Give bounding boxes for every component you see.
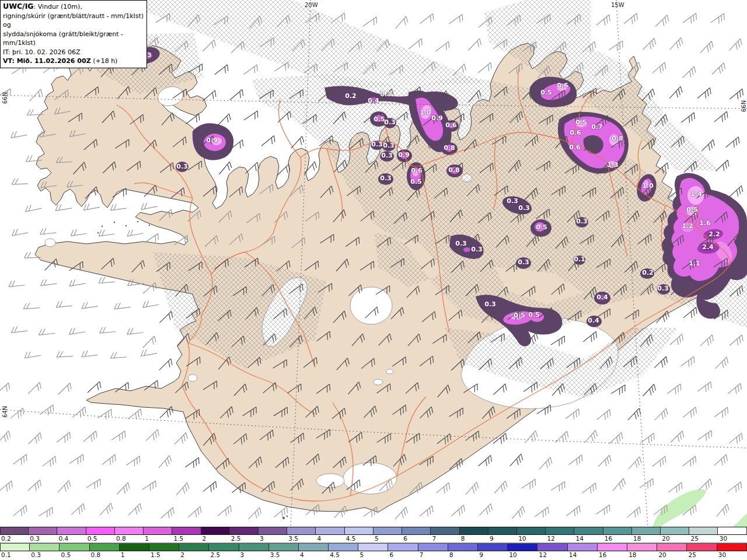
colourbar-tick-label: 14 — [569, 551, 577, 558]
colourbar-segment — [316, 527, 344, 534]
colourbar-segment — [60, 544, 89, 551]
colourbar-tick-label: 0.1 — [1, 551, 11, 558]
colourbar-segment — [689, 527, 718, 534]
precip-value-label: 0.5 — [686, 206, 698, 214]
precip-value-label: 0.3 — [380, 174, 392, 182]
colourbar-tick-label: 6 — [390, 551, 394, 558]
colourbar-tick-label: 25 — [689, 551, 696, 558]
colourbar-segment — [30, 544, 60, 551]
colourbar-segment — [86, 527, 115, 534]
precip-value-label: 0.8 — [448, 166, 460, 174]
colourbar-tick-label: 5 — [375, 535, 379, 542]
colourbar-segment — [632, 527, 661, 534]
colourbar-tick-label: 7 — [420, 551, 424, 558]
colourbar-tick-label: 4 — [300, 551, 304, 558]
precip-value-label: 0.3 — [176, 163, 188, 170]
colourbar-segment — [508, 544, 537, 551]
colourbar-segment — [717, 544, 747, 551]
precip-value-label: 0.3 — [380, 90, 392, 98]
colourbar-segment — [29, 527, 57, 534]
precip-value-label: 0.3 — [518, 204, 530, 212]
colourbar-segment — [230, 527, 259, 534]
colourbar-tick-label: 7 — [432, 535, 436, 542]
colourbar-segment — [603, 527, 632, 534]
colourbar-segment — [57, 527, 86, 534]
graticule-label: 64N — [2, 406, 8, 418]
precip-value-label: 0.6 — [411, 167, 423, 174]
colourbar-segment — [329, 544, 358, 551]
colourbar-tick-label: 3 — [260, 535, 264, 542]
colourbar-tick-label: 0.4 — [58, 535, 68, 542]
colourbar-segment — [478, 544, 508, 551]
colourbar-tick-label: 1.5 — [151, 551, 160, 558]
colourbar-segment — [546, 527, 574, 534]
precip-value-label: 0.3 — [484, 300, 496, 308]
colourbar-tick-label: 0.8 — [91, 551, 101, 558]
precip-value-label: 0.3 — [371, 141, 383, 148]
colourbar-segment — [657, 544, 687, 551]
colourbar-segment — [431, 527, 459, 534]
precip-value-label: 0.3 — [455, 240, 467, 247]
colourbar-tick-label: 6 — [403, 535, 407, 542]
colourbar-tick-label: 14 — [576, 535, 584, 542]
precip-value-label: 0.3 — [576, 218, 588, 225]
precip-value-label: 2.4 — [702, 243, 714, 251]
colourbar-tick-label: 8 — [449, 551, 453, 558]
colourbar-segment — [0, 527, 29, 534]
precip-value-label: 0.3 — [381, 152, 393, 159]
colourbar-tick-label: 2 — [180, 551, 184, 558]
colourbar-tick-label: 2.5 — [231, 535, 241, 542]
colourbar-segment — [661, 527, 689, 534]
precip-value-label: 1.2 — [682, 222, 693, 230]
precip-value-label: 0.2 — [642, 269, 654, 276]
precip-value-label: 0.5 — [575, 118, 587, 126]
legend-line-5: VT: Mið. 11.02.2026 00Z (+18 h) — [3, 57, 144, 66]
colourbar-tick-label: 4.5 — [330, 551, 340, 558]
colourbar-tick-label: 2.5 — [210, 551, 220, 558]
colourbar-tick-label: 1.5 — [173, 535, 183, 542]
precip-value-label: 1.3 — [607, 161, 619, 169]
precip-value-label: 0.9 — [398, 151, 410, 159]
colourbar-tick-label: 20 — [658, 551, 666, 558]
colourbar-tick-label: 0.8 — [116, 535, 126, 542]
colourbar-segment — [149, 544, 179, 551]
legend-line-1: UWC/IG: Vindur (10m), — [3, 2, 144, 12]
colourbar-tick-label: 3.5 — [288, 535, 298, 542]
legend-line-2: rigning/skúrir (grænt/blátt/rautt - mm/1… — [3, 12, 144, 30]
precip-value-label: 0.4 — [368, 97, 379, 104]
colourbar-tick-label: 4 — [317, 535, 322, 542]
colourbar-segment — [627, 544, 657, 551]
precip-value-label: 0.8 — [612, 135, 623, 142]
colourbar-segment — [537, 544, 567, 551]
precip-value-label: 0.5 — [374, 116, 385, 123]
precip-value-label: 0.5 — [536, 223, 547, 231]
colourbar-segment — [388, 544, 418, 551]
colourbar-tick-label: 1 — [145, 535, 149, 542]
colourbar-tick-label: 12 — [539, 551, 547, 558]
precip-value-label: 0.4 — [588, 317, 599, 324]
colourbar-segment — [574, 527, 603, 534]
colourbar-segment — [239, 544, 269, 551]
precip-value-label: 0.3 — [657, 285, 669, 292]
colourbar-segment — [374, 527, 402, 534]
precip-value-label: 1.0 — [642, 182, 654, 190]
colourbar-segment — [358, 544, 388, 551]
precip-value-label: 0.5 — [540, 89, 552, 96]
colourbar-segment — [687, 544, 717, 551]
colourbar-tick-label: 0.5 — [61, 551, 71, 558]
colourbar-segment — [115, 527, 144, 534]
precip-value-label: 0.7 — [591, 123, 603, 131]
colourbar-segment — [718, 527, 746, 534]
colourbar-segment — [287, 527, 316, 534]
precip-value-label: 0.3 — [518, 258, 529, 266]
colourbar-tick-label: 16 — [599, 551, 606, 558]
precip-value-label: 0.4 — [596, 293, 608, 301]
iceland-weather-map: UWC/IG: Vindur (10m), rigning/skúrir (gr… — [0, 0, 747, 527]
legend-line-4: IT: þri. 10. 02. 2026 06Z — [3, 48, 144, 57]
precip-value-label: 1.1 — [689, 260, 700, 267]
colourbar-segment — [0, 544, 30, 551]
colourbar-segment — [259, 527, 287, 534]
forecast-legend-box: UWC/IG: Vindur (10m), rigning/skúrir (gr… — [0, 0, 147, 68]
precip-value-label: 0.3 — [507, 197, 518, 205]
colourbar-segment — [144, 527, 172, 534]
